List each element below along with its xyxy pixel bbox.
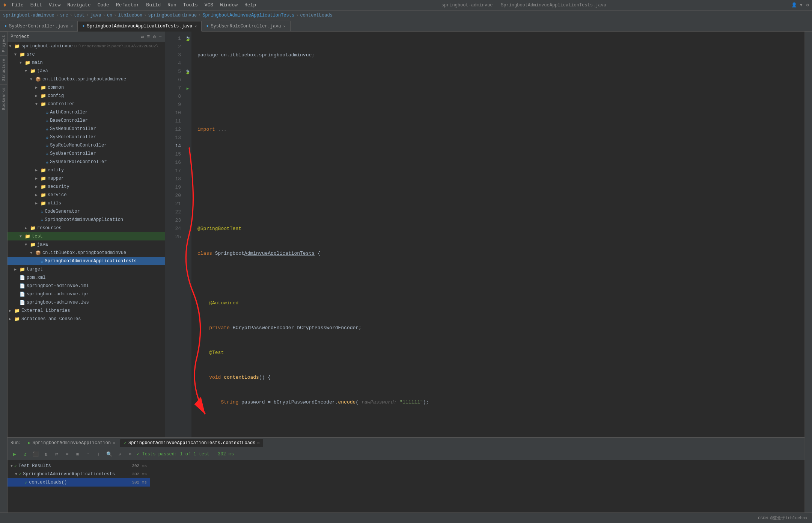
project-panel-label[interactable]: Project — [0, 32, 7, 55]
menu-view[interactable]: View — [46, 2, 63, 9]
tree-scratches[interactable]: ▶ 📁 Scratches and Consoles — [8, 315, 165, 323]
tree-test-package[interactable]: ▼ 📦 cn.itbluebox.springbootadminvue — [8, 249, 165, 257]
breadcrumb-itbluebox[interactable]: itbluebox — [118, 13, 142, 18]
run-more-button[interactable]: » — [126, 450, 134, 458]
settings-icon[interactable]: ⚙ — [806, 2, 809, 8]
tree-resources[interactable]: ▶ 📁 resources — [8, 224, 165, 232]
ln-15: 15 — [168, 150, 181, 159]
tree-utils[interactable]: ▶ 📁 utils — [8, 199, 165, 207]
menu-code[interactable]: Code — [95, 2, 112, 9]
tree-java[interactable]: ▼ 📁 java — [8, 67, 165, 75]
run-export-button[interactable]: ↗ — [116, 450, 124, 458]
tree-test-java[interactable]: ▼ 📁 java — [8, 240, 165, 249]
test-results-header[interactable]: ▼ ✓ Test Results 302 ms — [8, 462, 150, 470]
menu-vcs[interactable]: VCS — [202, 2, 216, 9]
tree-root[interactable]: ▼ 📁 springboot-adminvue D:\ProgramWorkSp… — [8, 42, 165, 50]
tree-label-java: java — [37, 68, 48, 74]
bookmarks-panel-label[interactable]: Bookmarks — [0, 84, 7, 113]
tree-src[interactable]: ▼ 📁 src — [8, 50, 165, 59]
tree-label-common: common — [48, 85, 64, 90]
tree-controller[interactable]: ▼ 📁 controller — [8, 100, 165, 108]
tab-close-2[interactable]: ✕ — [283, 24, 286, 29]
menu-tools[interactable]: Tools — [180, 2, 201, 9]
test-class-item[interactable]: ▼ ✓ SpringbootAdminvueApplicationTests 3… — [8, 470, 150, 478]
tree-basecontroller[interactable]: ▶ ☕ BaseController — [8, 116, 165, 125]
run-search-button[interactable]: 🔍 — [105, 450, 113, 458]
breadcrumb-java[interactable]: java — [90, 13, 101, 18]
run-expand-button[interactable]: ⊞ — [74, 450, 82, 458]
menu-help[interactable]: Help — [241, 2, 259, 9]
tree-ipr[interactable]: ▶ 📄 springboot-adminvue.ipr — [8, 290, 165, 298]
tab-close-0[interactable]: ✕ — [71, 24, 73, 29]
tree-mapper[interactable]: ▶ 📁 mapper — [8, 174, 165, 183]
tree-iws[interactable]: ▶ 📄 springboot-adminvue.iws — [8, 298, 165, 307]
run-tab-app[interactable]: ▶ SpringbootAdminvueApplication ✕ — [24, 439, 119, 447]
run-rerun-button[interactable]: ↺ — [21, 450, 29, 458]
sync-icon[interactable]: ⇄ — [141, 34, 144, 40]
run-tab-test-close[interactable]: ✕ — [257, 441, 259, 445]
collapse-icon[interactable]: ≡ — [147, 34, 150, 39]
menu-run[interactable]: Run — [164, 2, 179, 9]
tree-package[interactable]: ▼ 📦 cn.itbluebox.springbootadminvue — [8, 75, 165, 83]
tab-close-1[interactable]: ✕ — [194, 24, 197, 29]
gear-icon[interactable]: ⚙ — [153, 34, 156, 40]
run-tab-test[interactable]: ✓ SpringbootAdminvueApplicationTests.con… — [120, 439, 263, 447]
tree-main[interactable]: ▼ 📁 main — [8, 59, 165, 67]
tab-springboottest[interactable]: ● SpringbootAdminvueApplicationTests.jav… — [78, 21, 202, 32]
run-down-button[interactable]: ↓ — [95, 450, 103, 458]
tree-security[interactable]: ▶ 📁 security — [8, 183, 165, 191]
test-method-item[interactable]: ▶ ✓ contextLoads() 302 ms — [8, 478, 150, 487]
breadcrumb-class[interactable]: SpringbootAdminvueApplicationTests — [202, 13, 294, 18]
run-tab-app-close[interactable]: ✕ — [113, 441, 115, 445]
tree-sysuser[interactable]: ▶ ☕ SysUserController — [8, 150, 165, 158]
folder-open-icon: 📁 — [14, 44, 20, 49]
breadcrumb-test[interactable]: test — [74, 13, 85, 18]
tree-codegen[interactable]: ▶ ☕ CodeGenerator — [8, 207, 165, 216]
tree-apptest[interactable]: ▶ ☕ SpringbootAdminvueApplicationTests — [8, 257, 165, 265]
run-collapse-button[interactable]: ≡ — [63, 450, 71, 458]
tree-target[interactable]: ▶ 📁 target — [8, 265, 165, 274]
structure-panel-label[interactable]: Structure — [0, 55, 7, 84]
tree-config[interactable]: ▶ 📁 config — [8, 92, 165, 100]
ln-18: 18 — [168, 175, 181, 183]
code-container[interactable]: 1 2 3 4 5 6 7 8 9 10 11 12 13 14 — [165, 32, 804, 437]
breadcrumb-src[interactable]: src — [60, 13, 68, 18]
user-icon[interactable]: 👤 ▼ — [791, 2, 802, 8]
run-sort1-button[interactable]: ⇅ — [42, 450, 50, 458]
menu-refactor[interactable]: Refactor — [113, 2, 142, 9]
run-stop-button[interactable]: ⬛ — [32, 450, 40, 458]
breadcrumb-project[interactable]: springboot-adminvue — [3, 13, 54, 18]
tree-sysrole[interactable]: ▶ ☕ SysRoleController — [8, 133, 165, 141]
tree-authcontroller[interactable]: ▶ ☕ AuthController — [8, 108, 165, 116]
breadcrumb-springbootadminvue[interactable]: springbootadminvue — [148, 13, 197, 18]
ln-21: 21 — [168, 200, 181, 208]
ln-9: 9 — [168, 101, 181, 109]
run-play-button[interactable]: ▶ — [11, 450, 19, 458]
tree-springbootapp[interactable]: ▶ ☕ SpringbootAdminvueApplication — [8, 216, 165, 224]
code-content[interactable]: package cn.itbluebox.springbootadminvue;… — [191, 32, 804, 437]
run-sort2-button[interactable]: ⇄ — [53, 450, 61, 458]
tree-service[interactable]: ▶ 📁 service — [8, 191, 165, 199]
tree-label-utils: utils — [48, 201, 61, 206]
tree-sysrolemenu[interactable]: ▶ ☕ SysRoleMenuController — [8, 141, 165, 150]
tree-sysmenu[interactable]: ▶ ☕ SysMenuController — [8, 125, 165, 133]
tree-sysuserrole[interactable]: ▶ ☕ SysUserRoleController — [8, 158, 165, 166]
tree-arrow-sysrolemenu: ▶ — [41, 143, 46, 148]
menu-navigate[interactable]: Navigate — [64, 2, 93, 9]
minimize-icon[interactable]: − — [159, 34, 162, 39]
tree-test[interactable]: ▼ 📁 test — [8, 232, 165, 240]
tree-iml[interactable]: ▶ 📄 springboot-adminvue.iml — [8, 282, 165, 290]
menu-file[interactable]: File — [9, 2, 27, 9]
menu-edit[interactable]: Edit — [27, 2, 45, 9]
tab-sysuserrolecontroller[interactable]: ● SysUserRoleController.java ✕ — [202, 21, 290, 31]
tab-sysusercontroller[interactable]: ● SysUserController.java ✕ — [0, 21, 78, 31]
tree-common[interactable]: ▶ 📁 common — [8, 83, 165, 92]
menu-window[interactable]: Window — [217, 2, 241, 9]
menu-build[interactable]: Build — [143, 2, 164, 9]
breadcrumb-method[interactable]: contextLoads — [300, 13, 332, 18]
tree-entity[interactable]: ▶ 📁 entity — [8, 166, 165, 174]
run-up-button[interactable]: ↑ — [84, 450, 92, 458]
tree-pom[interactable]: ▶ 📄 pom.xml — [8, 274, 165, 282]
tree-extlibs[interactable]: ▶ 📁 External Libraries — [8, 307, 165, 315]
breadcrumb-cn[interactable]: cn — [107, 13, 112, 18]
